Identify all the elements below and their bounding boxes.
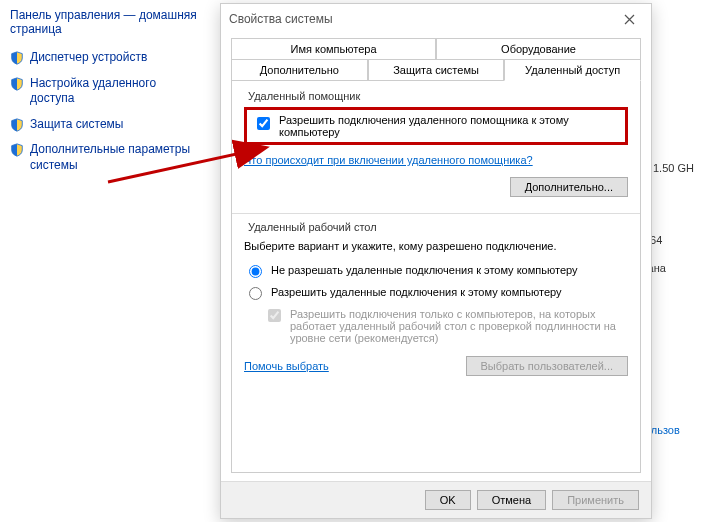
remote-assistant-advanced-button[interactable]: Дополнительно... (510, 177, 628, 197)
ok-button[interactable]: OK (425, 490, 471, 510)
tab-hardware[interactable]: Оборудование (436, 38, 641, 59)
dialog-title: Свойства системы (229, 12, 333, 26)
sidebar-item-advanced-settings[interactable]: Дополнительные параметры системы (10, 142, 200, 173)
sidebar-item-label: Дополнительные параметры системы (30, 142, 200, 173)
tab-remote[interactable]: Удаленный доступ (504, 59, 641, 81)
group-remote-desktop-title: Удаленный рабочий стол (244, 221, 381, 233)
allow-remote-assistant-checkbox[interactable] (257, 117, 270, 130)
close-button[interactable] (609, 5, 649, 33)
help-choose-link[interactable]: Помочь выбрать (244, 360, 329, 372)
allow-remote-assistant-label: Разрешить подключения удаленного помощни… (279, 114, 619, 138)
tab-system-protection[interactable]: Защита системы (368, 59, 505, 81)
nla-checkbox-label: Разрешить подключения только с компьютер… (290, 308, 628, 344)
radio-allow[interactable] (249, 287, 262, 300)
sidebar-item-system-protection[interactable]: Защита системы (10, 117, 200, 133)
tab-computer-name[interactable]: Имя компьютера (231, 38, 436, 59)
remote-assistant-help-link[interactable]: Что происходит при включении удаленного … (244, 154, 533, 166)
highlighted-checkbox-row: Разрешить подключения удаленного помощни… (244, 107, 628, 145)
cancel-button[interactable]: Отмена (477, 490, 546, 510)
nla-checkbox (268, 309, 281, 322)
group-remote-assistant-title: Удаленный помощник (244, 90, 364, 102)
shield-icon (10, 118, 24, 132)
radio-allow-label: Разрешить удаленные подключения к этому … (271, 286, 562, 298)
sidebar-item-device-manager[interactable]: Диспетчер устройств (10, 50, 200, 66)
shield-icon (10, 77, 24, 91)
radio-deny[interactable] (249, 265, 262, 278)
sidebar-item-label: Настройка удаленного доступа (30, 76, 200, 107)
radio-deny-label: Не разрешать удаленные подключения к это… (271, 264, 578, 276)
radio-deny-row[interactable]: Не разрешать удаленные подключения к это… (244, 264, 628, 278)
shield-icon (10, 51, 24, 65)
shield-icon (10, 143, 24, 157)
radio-allow-row[interactable]: Разрешить удаленные подключения к этому … (244, 286, 628, 300)
close-icon (624, 14, 635, 25)
system-properties-dialog: Свойства системы Имя компьютера Оборудов… (220, 3, 652, 519)
sidebar-title: Панель управления — домашняя страница (10, 8, 200, 36)
remote-desktop-intro: Выберите вариант и укажите, кому разреше… (244, 240, 628, 252)
sidebar-item-label: Защита системы (30, 117, 123, 133)
sidebar-item-label: Диспетчер устройств (30, 50, 147, 66)
tab-advanced[interactable]: Дополнительно (231, 59, 368, 81)
apply-button[interactable]: Применить (552, 490, 639, 510)
sidebar-item-remote-settings[interactable]: Настройка удаленного доступа (10, 76, 200, 107)
select-users-button: Выбрать пользователей... (466, 356, 629, 376)
